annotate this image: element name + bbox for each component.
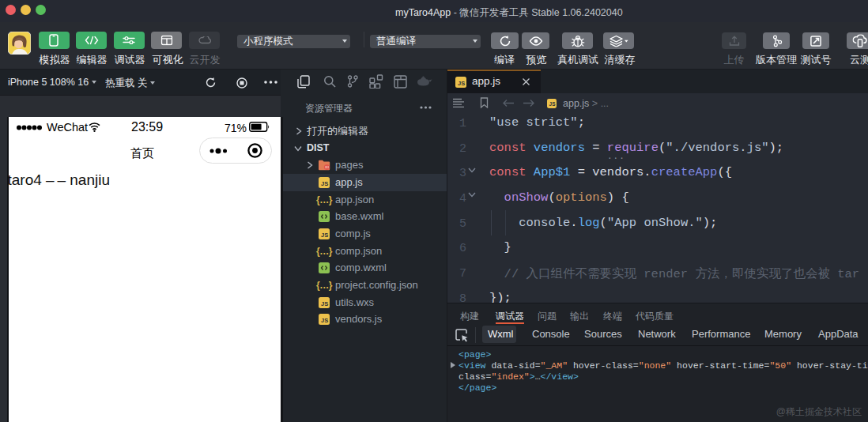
svg-text:JS: JS bbox=[321, 232, 328, 239]
svg-text:JS: JS bbox=[321, 300, 328, 307]
svg-text:JS: JS bbox=[549, 101, 557, 107]
svg-text:JS: JS bbox=[321, 317, 328, 324]
svg-text:JS: JS bbox=[458, 80, 465, 87]
svg-text:JS: JS bbox=[321, 180, 328, 187]
